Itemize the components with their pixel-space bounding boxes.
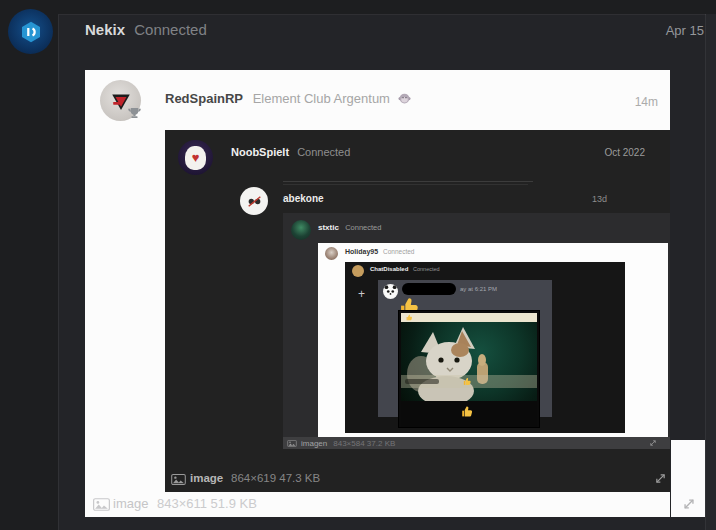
stxtic-avatar: [291, 220, 311, 240]
card6-header: ChatDisabled Connected: [370, 266, 440, 272]
noobspielt-logo-icon: ♥: [185, 146, 206, 170]
trophy-icon: [127, 106, 142, 121]
app-window: Nekix Connected Apr 15 RedSpainRP Elemen…: [0, 0, 716, 530]
crossed-glasses-icon: [246, 193, 263, 210]
app-name: Nekix: [85, 21, 125, 38]
attachment-bar-imagen: imagen 843×584 37.2 KB: [283, 437, 670, 449]
card1-time: 14m: [635, 95, 658, 109]
attachment-size: 843×611 51.9 KB: [157, 496, 257, 511]
card2-date: Oct 2022: [604, 147, 645, 158]
monkey-emoji: [398, 92, 411, 105]
right-rail: [706, 14, 716, 530]
card6-status: Connected: [413, 266, 440, 272]
overlay-text-smudge: [405, 379, 439, 384]
expand-diagonal-icon: [654, 472, 667, 485]
attachment-label: image: [190, 472, 223, 484]
compression-artifact-line: [283, 184, 528, 185]
card3-author: abekone: [283, 193, 324, 204]
attachment-size: 864×619 47.3 KB: [231, 472, 320, 484]
panda-avatar: [383, 284, 398, 299]
screenshot-holiday95: Holiday95 Connected ChatDisabled Connect…: [318, 243, 668, 437]
noobspielt-avatar: ♥: [178, 140, 213, 175]
card5-status: Connected: [383, 248, 414, 255]
card2-author: NoobSpielt: [231, 146, 289, 158]
thumbs-up-icon: [406, 314, 413, 321]
holiday95-avatar: [325, 247, 338, 260]
abekone-avatar: [240, 187, 268, 215]
screenshot-noobspielt: ♥ NoobSpielt Connected Oct 2022 abekone …: [165, 130, 670, 492]
card1-header: RedSpainRP Element Club Argentum: [165, 91, 411, 106]
card1-author: RedSpainRP: [165, 91, 243, 106]
thumbs-up-icon: [461, 405, 474, 418]
expand-diagonal-icon: [649, 439, 657, 447]
quote-card-redspainrp[interactable]: RedSpainRP Element Club Argentum 14m ♥ N…: [85, 70, 670, 517]
card-corner-block: [671, 440, 705, 517]
card5-author: Holiday95: [345, 248, 378, 255]
cat-illustration: [401, 322, 537, 401]
nekix-logo-icon: [19, 20, 43, 44]
card4-author: stxtic: [318, 223, 339, 232]
thumbs-up-icon: [463, 377, 472, 386]
attachment-footer-noobspielt: image 864×619 47.3 KB: [165, 470, 670, 492]
attachment-size: 843×584 37.2 KB: [333, 439, 395, 448]
card1-context: Element Club Argentum: [253, 91, 390, 106]
card4-status: Connected: [345, 223, 381, 232]
cat-frame-topbar: [401, 313, 537, 322]
card5-header: Holiday95 Connected: [345, 248, 414, 255]
attachment-label: imagen: [301, 439, 327, 448]
page-title: Nekix Connected: [85, 21, 207, 38]
chatdisabled-avatar: [352, 265, 364, 277]
image-icon: [93, 498, 110, 511]
cat-image-frame: [398, 310, 540, 428]
right-divider: [705, 14, 706, 530]
cat-photo-overlay-bar: [401, 375, 537, 388]
cat-frame-footer: [401, 401, 537, 427]
card2-status: Connected: [297, 146, 350, 158]
image-icon: [171, 474, 186, 485]
chat-timestamp: ay at 6:21 PM: [460, 286, 497, 292]
app-status: Connected: [134, 21, 207, 38]
cat-photo: [401, 322, 537, 401]
card2-header: NoobSpielt Connected: [231, 146, 350, 158]
screenshot-stxtic: stxtic Connected Holiday95 Connected Cha…: [283, 213, 670, 448]
screenshot-chatdisabled: ChatDisabled Connected + ay at 6:21 PM: [345, 262, 625, 433]
nekix-avatar[interactable]: [8, 9, 53, 54]
image-icon: [287, 440, 297, 447]
header-date: Apr 15: [666, 23, 704, 38]
censored-username: [402, 283, 456, 295]
plus-icon: +: [358, 287, 365, 301]
compression-artifact-line: [283, 181, 533, 182]
card3-time: 13d: [592, 194, 607, 204]
expand-diagonal-icon[interactable]: [682, 497, 696, 511]
card4-header: stxtic Connected: [318, 223, 381, 232]
card6-author: ChatDisabled: [370, 266, 408, 272]
attachment-label: image: [113, 496, 148, 511]
attachment-footer-card1[interactable]: image 843×611 51.9 KB: [85, 494, 670, 517]
